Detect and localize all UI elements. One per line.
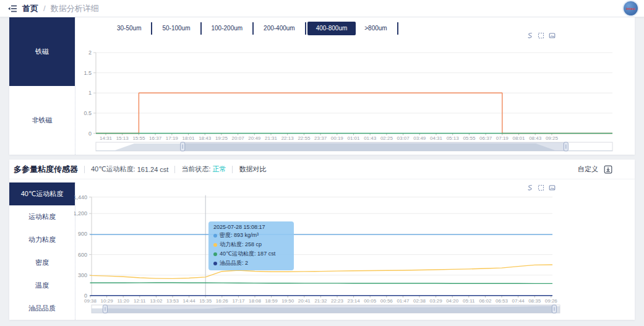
x-tick-label: 16:26: [216, 298, 229, 304]
x-tick-label: 00:19: [331, 135, 344, 141]
x-tick-label: 06:37: [479, 135, 492, 141]
y-tick-label: 1.5: [84, 70, 92, 76]
viscosity-metric-menu: 40℃运动粘度运动粘度动力粘度密度温度油品品质: [9, 182, 75, 320]
stat-value: 正常: [212, 165, 226, 174]
datazoom-selection[interactable]: [182, 142, 566, 151]
series-40℃运动粘度: [90, 283, 552, 283]
tab-100-200um[interactable]: 100-200um: [203, 22, 252, 35]
panel-actions: 自定义: [578, 165, 612, 174]
tab-30-50um[interactable]: 30-50um: [108, 22, 150, 35]
x-tick-label: 19:50: [281, 298, 294, 304]
x-tick-label: 23:37: [314, 135, 327, 141]
side-item-温度[interactable]: 温度: [9, 274, 75, 297]
x-tick-label: 01:43: [364, 135, 377, 141]
x-tick-label: 21:32: [314, 298, 327, 304]
x-tick-label: 04:20: [446, 298, 459, 304]
x-tick-label: 15:13: [116, 135, 129, 141]
x-tick-label: 21:31: [265, 135, 278, 141]
x-tick-label: 18:08: [249, 298, 262, 304]
breadcrumb-current: 数据分析详细: [51, 3, 99, 14]
x-tick-label: 02:25: [380, 135, 393, 141]
x-tick-label: 08:43: [529, 135, 542, 141]
y-tick-label: 1,200: [74, 210, 87, 217]
x-tick-label: 00:05: [364, 298, 377, 304]
particle-type-menu: 铁磁非铁磁: [9, 17, 75, 155]
x-tick-label: 06:53: [496, 298, 509, 304]
x-tick-label: 08:01: [512, 135, 525, 141]
custom-button[interactable]: 自定义: [578, 165, 598, 174]
ferromagnetic-panel: 铁磁非铁磁 30-50um50-100um100-200um200-400um4…: [9, 17, 635, 155]
x-tick-label: 14:44: [183, 298, 196, 304]
x-tick-label: 03:49: [413, 135, 426, 141]
x-tick-label: 04:31: [430, 135, 443, 141]
tab->800um[interactable]: >800um: [356, 22, 395, 35]
side-item-油品品质[interactable]: 油品品质: [9, 297, 75, 320]
series-动力粘度: [90, 265, 552, 278]
stat-separator: [232, 166, 233, 173]
x-tick-label: 20:41: [298, 298, 311, 304]
x-tick-label: 17:19: [166, 135, 179, 141]
x-tick-label: 01:01: [347, 135, 360, 141]
breadcrumb-home[interactable]: 首页: [22, 3, 38, 14]
y-tick-label: 600: [78, 252, 87, 258]
side-item-非铁磁[interactable]: 非铁磁: [9, 86, 75, 155]
export-icon[interactable]: [604, 165, 612, 174]
collapse-sidebar-icon[interactable]: [7, 4, 17, 14]
stat-separator: [174, 166, 175, 173]
datazoom-selection[interactable]: [105, 305, 554, 313]
y-tick-label: 1: [88, 90, 92, 96]
breadcrumb: 首页 / 数据分析详细: [7, 3, 99, 14]
x-tick-label: 11:20: [117, 298, 129, 304]
x-tick-label: 03:07: [397, 135, 410, 141]
tab-separator: [252, 22, 254, 35]
x-tick-label: 07:19: [496, 135, 509, 141]
x-tick-label: 08:35: [528, 298, 541, 304]
x-tick-label: 20:49: [248, 135, 261, 141]
tab-400-800um[interactable]: 400-800um: [307, 22, 356, 35]
data-compare-link[interactable]: 数据对比: [239, 165, 266, 174]
x-tick-label: 00:56: [380, 298, 393, 304]
side-item-铁磁[interactable]: 铁磁: [9, 17, 75, 86]
ferromagnetic-chart[interactable]: 00.511.5214:3115:1315:5516:3717:1918:011…: [77, 37, 635, 155]
x-tick-label: 22:23: [331, 298, 344, 304]
x-tick-label: 18:01: [182, 135, 195, 141]
x-tick-label: 10:29: [101, 298, 114, 304]
user-avatar[interactable]: intec: [624, 1, 638, 15]
panel-title: 多参量粘度传感器: [14, 164, 78, 175]
x-tick-label: 03:29: [430, 298, 443, 304]
x-tick-label: 13:02: [150, 298, 163, 304]
x-tick-label: 06:02: [479, 298, 492, 304]
x-tick-label: 23:14: [348, 298, 361, 304]
x-tick-label: 09:25: [546, 135, 559, 141]
y-tick-label: 1,440: [74, 194, 87, 200]
side-item-密度[interactable]: 密度: [9, 251, 75, 274]
x-tick-label: 18:59: [265, 298, 278, 304]
app-header: 首页 / 数据分析详细 intec: [0, 0, 644, 17]
x-tick-label: 05:13: [447, 135, 460, 141]
viscosity-sensor-panel: 多参量粘度传感器 40℃运动粘度:161.24 cst当前状态:正常数据对比 自…: [9, 160, 635, 320]
x-tick-label: 15:55: [132, 135, 145, 141]
x-tick-label: 01:47: [397, 298, 410, 304]
stat-label: 40℃运动粘度:: [91, 165, 135, 174]
side-item-运动粘度[interactable]: 运动粘度: [9, 205, 75, 228]
sensor-stats: 40℃运动粘度:161.24 cst当前状态:正常数据对比: [78, 165, 266, 174]
side-item-40℃运动粘度[interactable]: 40℃运动粘度: [9, 182, 75, 205]
y-tick-label: 300: [78, 272, 87, 278]
x-tick-label: 16:37: [149, 135, 162, 141]
x-tick-label: 17:17: [232, 298, 245, 304]
particle-size-tabs: 30-50um50-100um100-200um200-400um400-800…: [108, 22, 400, 35]
stat-label: 当前状态:: [181, 165, 210, 174]
avatar-text: intec: [626, 7, 635, 11]
tab-50-100um[interactable]: 50-100um: [153, 22, 199, 35]
x-tick-label: 20:07: [232, 135, 245, 141]
x-tick-label: 07:44: [512, 298, 525, 304]
x-tick-label: 12:11: [134, 298, 146, 304]
tab-200-400um[interactable]: 200-400um: [255, 22, 304, 35]
y-tick-label: 0: [88, 131, 92, 137]
viscosity-panel-header: 多参量粘度传感器 40℃运动粘度:161.24 cst当前状态:正常数据对比 自…: [9, 160, 635, 179]
x-tick-label: 09:38: [84, 298, 97, 304]
viscosity-chart[interactable]: 03006009001,2001,44009:3810:2911:2012:11…: [74, 189, 632, 320]
side-item-动力粘度[interactable]: 动力粘度: [9, 228, 75, 251]
x-tick-label: 22:55: [298, 135, 311, 141]
x-tick-label: 09:26: [545, 298, 558, 304]
